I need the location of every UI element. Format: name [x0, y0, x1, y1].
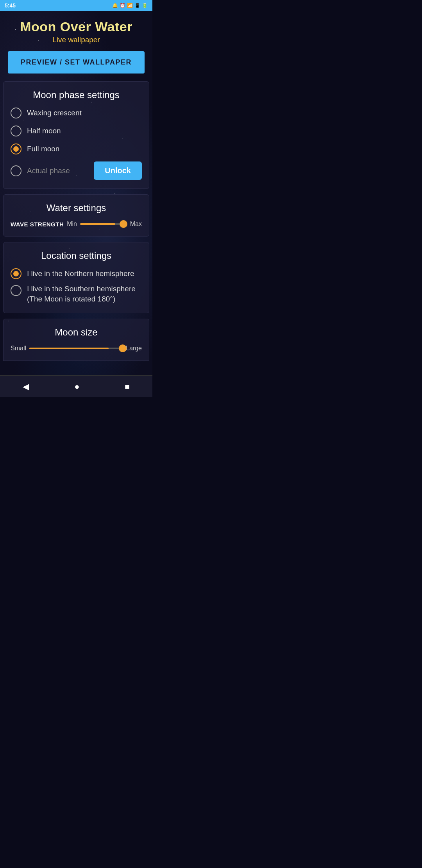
header: Moon Over Water Live wallpaper [0, 11, 152, 51]
label-actual: Actual phase [27, 167, 70, 175]
wave-strength-fill [80, 223, 115, 225]
water-settings-section: Water settings WAVE STRENGTH Min Max [3, 194, 149, 237]
location-option-northern[interactable]: I live in the Northern hemisphere [11, 268, 142, 279]
location-settings-title: Location settings [11, 250, 142, 261]
wave-strength-label: WAVE STRENGTH [11, 221, 64, 228]
moon-phase-option-actual[interactable]: Actual phase [11, 165, 70, 176]
radio-full-inner [13, 146, 19, 152]
moon-phase-option-half[interactable]: Half moon [11, 126, 142, 136]
radio-southern[interactable] [11, 285, 21, 296]
preview-set-wallpaper-button[interactable]: PREVIEW / SET WALLPAPER [8, 51, 145, 74]
location-option-southern[interactable]: I live in the Southern hemisphere(The Mo… [11, 284, 142, 304]
label-full: Full moon [27, 145, 59, 153]
moon-size-large-label: Large [126, 345, 142, 352]
actual-phase-row: Actual phase Unlock [11, 161, 142, 180]
label-southern: I live in the Southern hemisphere(The Mo… [27, 284, 136, 304]
moon-phase-section: Moon phase settings Waxing crescent Half… [3, 81, 149, 189]
wave-max-label: Max [130, 221, 142, 228]
status-bar: 5:45 🔔 ⏰ 📶 📱 🔋 [0, 0, 152, 11]
water-settings-title: Water settings [11, 203, 142, 213]
wifi-icon: 📶 [127, 3, 133, 8]
main-content: Moon Over Water Live wallpaper PREVIEW /… [0, 11, 152, 375]
moon-size-fill [29, 348, 109, 349]
home-button[interactable]: ● [66, 378, 87, 395]
signal-icon: 📱 [134, 3, 140, 8]
moon-phase-title: Moon phase settings [11, 90, 142, 100]
moon-phase-option-full[interactable]: Full moon [11, 143, 142, 154]
radio-half[interactable] [11, 126, 21, 136]
wave-strength-row: WAVE STRENGTH Min Max [11, 221, 142, 228]
moon-size-small-label: Small [11, 345, 26, 352]
wave-min-label: Min [67, 221, 77, 228]
app-subtitle: Live wallpaper [8, 36, 145, 44]
moon-phase-option-waxing[interactable]: Waxing crescent [11, 108, 142, 118]
status-icons: 🔔 ⏰ 📶 📱 🔋 [112, 3, 148, 8]
radio-northern[interactable] [11, 268, 21, 279]
radio-northern-inner [13, 271, 19, 276]
moon-size-thumb[interactable] [119, 344, 127, 352]
unlock-button[interactable]: Unlock [94, 161, 142, 180]
label-northern: I live in the Northern hemisphere [27, 269, 134, 278]
status-time: 5:45 [5, 2, 16, 9]
label-half: Half moon [27, 127, 61, 135]
moon-size-track[interactable] [29, 348, 123, 349]
nav-bar: ◀ ● ■ [0, 375, 152, 397]
radio-waxing[interactable] [11, 108, 21, 118]
radio-actual[interactable] [11, 165, 21, 176]
location-settings-section: Location settings I live in the Northern… [3, 242, 149, 313]
wave-strength-thumb[interactable] [120, 220, 127, 228]
battery-icon: 🔋 [142, 3, 148, 8]
radio-full[interactable] [11, 143, 21, 154]
label-waxing: Waxing crescent [27, 109, 82, 117]
back-button[interactable]: ◀ [15, 378, 37, 395]
moon-size-section: Moon size Small Large [3, 319, 149, 361]
app-title: Moon Over Water [8, 20, 145, 34]
wave-strength-track[interactable] [80, 223, 127, 225]
notification-icon: 🔔 [112, 3, 118, 8]
alarm-icon: ⏰ [120, 3, 125, 8]
moon-size-slider-row: Small Large [11, 345, 142, 352]
moon-size-title: Moon size [11, 327, 142, 338]
recent-button[interactable]: ■ [117, 378, 138, 395]
